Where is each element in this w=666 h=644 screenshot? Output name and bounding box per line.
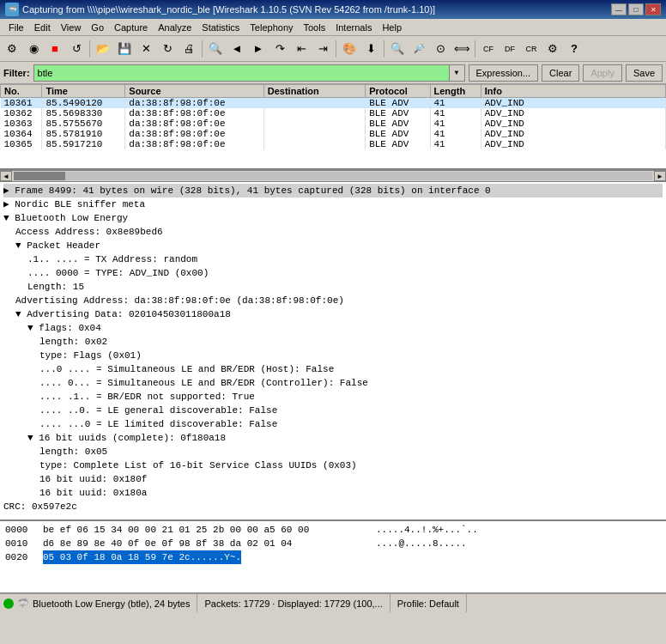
auto-scroll-btn[interactable]: ⬇ [360,39,381,59]
detail-tree-item[interactable]: .... ...0 = LE limited discoverable: Fal… [3,417,663,431]
col-dest[interactable]: Destination [263,85,365,98]
menu-analyze[interactable]: Analyze [153,21,197,34]
detail-tree-item[interactable]: length: 0x02 [3,335,663,349]
cell-dest [263,118,365,129]
detail-tree-item[interactable]: Advertising Address: da:38:8f:98:0f:0e (… [3,294,663,307]
detail-tree-item[interactable]: type: Complete List of 16-bit Service Cl… [3,459,663,472]
detail-tree-item[interactable]: ▶ Nordic BLE sniffer meta [3,197,663,211]
table-row[interactable]: 10365 85.5917210 da:38:8f:98:0f:0e BLE A… [1,139,666,149]
filter-dropdown-btn[interactable]: ▼ [450,64,465,82]
zoom-in-btn[interactable]: 🔍 [387,39,408,59]
hscroll-track[interactable] [14,172,652,180]
close-button[interactable]: ✕ [645,3,661,15]
last-packet-btn[interactable]: ⇥ [312,39,333,59]
detail-tree-item[interactable]: ▼ Bluetooth Low Energy [3,211,663,225]
menu-file[interactable]: File [3,21,29,34]
help-btn[interactable]: ? [564,39,584,59]
hscroll-left-btn[interactable]: ◄ [0,171,12,181]
capture-options-btn[interactable]: ◉ [23,39,44,59]
cell-time: 85.5917210 [42,139,125,149]
col-time[interactable]: Time [42,85,125,98]
next-packet-btn[interactable]: ► [248,39,269,59]
table-row[interactable]: 10363 85.5755670 da:38:8f:98:0f:0e BLE A… [1,118,666,129]
hscroll-right-btn[interactable]: ► [654,171,666,181]
restart-capture-btn[interactable]: ↺ [66,39,87,59]
cell-proto: BLE ADV [366,118,430,129]
packet-table: No. Time Source Destination Protocol Len… [0,84,666,149]
cell-dest [263,129,365,139]
find-packet-btn[interactable]: 🔍 [205,39,226,59]
open-file-btn[interactable]: 📂 [93,39,113,59]
detail-tree-item[interactable]: Length: 15 [3,280,663,294]
detail-tree-item[interactable]: .... 0... = Simultaneous LE and BR/EDR (… [3,376,663,390]
goto-packet-btn[interactable]: ↷ [269,39,290,59]
col-info[interactable]: Info [481,85,665,98]
normal-size-btn[interactable]: ⊙ [430,39,451,59]
preferences-btn[interactable]: ⚙ [542,39,563,59]
detail-tree-item[interactable]: 16 bit uuid: 0x180a [3,486,663,500]
resize-cols-btn[interactable]: ⟺ [451,39,472,59]
cell-time: 85.5755670 [42,118,125,129]
clear-filter-button[interactable]: Clear [542,64,579,82]
menu-edit[interactable]: Edit [29,21,56,34]
packet-list[interactable]: No. Time Source Destination Protocol Len… [0,84,666,170]
menu-telephony[interactable]: Telephony [245,21,298,34]
expression-button[interactable]: Expression... [469,64,539,82]
menu-capture[interactable]: Capture [109,21,153,34]
close-file-btn[interactable]: ✕ [136,39,156,59]
detail-tree-item[interactable]: ▼ Packet Header [3,239,663,252]
col-length[interactable]: Length [430,85,481,98]
menu-view[interactable]: View [56,21,87,34]
detail-tree-item[interactable]: .... 0000 = TYPE: ADV_IND (0x00) [3,266,663,280]
detail-tree-item[interactable]: ▼ 16 bit uuids (complete): 0f180a18 [3,431,663,445]
col-no[interactable]: No. [1,85,42,98]
table-row[interactable]: 10364 85.5781910 da:38:8f:98:0f:0e BLE A… [1,129,666,139]
table-row[interactable]: 10361 85.5490120 da:38:8f:98:0f:0e BLE A… [1,98,666,109]
detail-tree-item[interactable]: ▶ Frame 8499: 41 bytes on wire (328 bits… [3,184,663,197]
detail-tree-item[interactable]: ▼ flags: 0x04 [3,321,663,335]
reload-file-btn[interactable]: ↻ [157,39,178,59]
menu-internals[interactable]: Internals [330,21,377,34]
prev-packet-btn[interactable]: ◄ [227,39,247,59]
cell-proto: BLE ADV [366,108,430,118]
detail-tree-item[interactable]: ...0 .... = Simultaneous LE and BR/EDR (… [3,362,663,376]
save-filter-button[interactable]: Save [626,64,663,82]
detail-tree-item[interactable]: Access Address: 0x8e89bed6 [3,225,663,239]
print-btn[interactable]: 🖨 [179,39,199,59]
detail-tree-item[interactable]: type: Flags (0x01) [3,349,663,362]
capture-filter-btn[interactable]: CF [478,39,499,59]
minimize-button[interactable]: — [611,3,627,15]
hex-ascii-1: ....@.....8..... [376,537,467,550]
hex-dump-pane[interactable]: 0000 be ef 06 15 34 00 00 21 01 25 2b 00… [0,521,666,593]
detail-tree-item[interactable]: 16 bit uuid: 0x180f [3,472,663,486]
packet-detail-pane[interactable]: ▶ Frame 8499: 41 bytes on wire (328 bits… [0,182,666,521]
detail-tree-item[interactable]: length: 0x05 [3,445,663,459]
first-packet-btn[interactable]: ⇤ [291,39,312,59]
hscroll-thumb[interactable] [14,172,65,180]
cell-length: 41 [430,108,481,118]
display-filter-btn[interactable]: DF [499,39,520,59]
detail-tree-item[interactable]: .... ..0. = LE general discoverable: Fal… [3,404,663,417]
menu-statistics[interactable]: Statistics [197,21,245,34]
zoom-out-btn[interactable]: 🔎 [409,39,429,59]
col-source[interactable]: Source [125,85,263,98]
apply-filter-button[interactable]: Apply [583,64,622,82]
cell-dest [263,139,365,149]
detail-tree-item[interactable]: CRC: 0x597e2c [3,500,663,513]
maximize-button[interactable]: □ [628,3,644,15]
col-proto[interactable]: Protocol [366,85,430,98]
detail-tree-item[interactable]: ▼ Advertising Data: 020104503011800a18 [3,307,663,321]
menu-help[interactable]: Help [377,21,407,34]
colorize-btn[interactable]: 🎨 [339,39,360,59]
colorize-rules-btn[interactable]: CR [521,39,542,59]
detail-tree-item[interactable]: .1.. .... = TX Address: random [3,252,663,266]
new-capture-btn[interactable]: ⚙ [2,39,22,59]
stop-capture-btn[interactable]: ■ [45,39,65,59]
menu-go[interactable]: Go [86,21,109,34]
menu-tools[interactable]: Tools [299,21,331,34]
filter-input[interactable] [33,64,450,82]
detail-tree-item[interactable]: .... .1.. = BR/EDR not supported: True [3,390,663,404]
save-file-btn[interactable]: 💾 [114,39,135,59]
table-row[interactable]: 10362 85.5698330 da:38:8f:98:0f:0e BLE A… [1,108,666,118]
packet-list-hscroll[interactable]: ◄ ► [0,170,666,182]
